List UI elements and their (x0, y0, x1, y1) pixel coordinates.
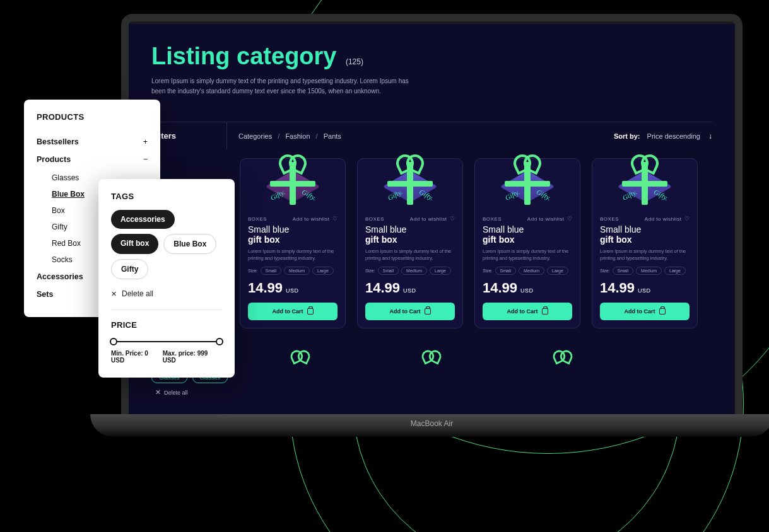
product-title-line1: Small blue (483, 224, 572, 234)
brand-text: Gifty. (652, 188, 669, 202)
product-image: Gifty.Gifty. (248, 146, 338, 216)
size-selector: Size:SmallMediumLarge (248, 267, 338, 275)
size-label: Size: (248, 269, 258, 273)
slider-max-handle[interactable] (216, 338, 223, 345)
add-to-cart-label: Add to Cart (390, 308, 421, 315)
size-label: Size: (483, 269, 493, 273)
products-panel-title: PRODUCTS (37, 112, 148, 122)
breadcrumb-separator: / (278, 132, 279, 140)
filters-toggle[interactable]: Filters (151, 122, 227, 149)
product-price: 14.99 (248, 280, 283, 296)
wishlist-label: Add to wishlist (645, 216, 682, 222)
wishlist-button[interactable]: Add to wishlist♡ (293, 216, 338, 222)
product-image: Gifty.Gifty. (600, 146, 690, 216)
wishlist-button[interactable]: Add to wishlist♡ (527, 216, 572, 222)
product-description: Lorem Ipsum is simply dummy text of the … (365, 248, 455, 262)
product-category: BOXES (365, 216, 384, 222)
size-medium[interactable]: Medium (284, 267, 310, 275)
size-medium[interactable]: Medium (519, 267, 544, 275)
size-small[interactable]: Small (495, 267, 517, 275)
product-description: Lorem Ipsum is simply dummy text of the … (248, 248, 338, 262)
category-bestsellers[interactable]: Bestsellers + (37, 133, 148, 151)
add-to-cart-button[interactable]: Add to Cart (600, 303, 690, 320)
product-title-line1: Small blue (365, 224, 455, 234)
brand-text: Gifty. (300, 188, 317, 202)
tag-gifty[interactable]: Gifty (111, 259, 148, 279)
product-image (280, 349, 320, 389)
x-icon: ✕ (111, 290, 117, 298)
breadcrumb-pants[interactable]: Pants (324, 132, 341, 140)
slider-labels: Min. Price: 0 USD Max. price: 999 USD (111, 350, 222, 364)
tag-blue-box[interactable]: Blue Box (163, 234, 216, 254)
breadcrumb-categories[interactable]: Categories (238, 132, 272, 140)
add-to-cart-button[interactable]: Add to Cart (248, 303, 338, 320)
tag-accessories[interactable]: Accessories (111, 210, 175, 229)
delete-all-filters[interactable]: ✕ Delete all (155, 388, 228, 396)
sort-value: Price descending (647, 132, 700, 140)
product-currency: USD (638, 287, 651, 294)
size-selector: Size:SmallMediumLarge (365, 267, 455, 275)
wishlist-label: Add to wishlist (293, 216, 330, 222)
wishlist-button[interactable]: Add to wishlist♡ (645, 216, 690, 222)
product-price: 14.99 (483, 280, 517, 296)
heart-icon: ♡ (332, 216, 338, 222)
product-title-line2: gift box (483, 234, 572, 245)
tags-panel-title: TAGS (111, 192, 222, 201)
product-image: Gifty.Gifty. (483, 146, 572, 216)
price-slider[interactable] (112, 341, 221, 342)
product-card[interactable]: Gifty.Gifty. BOXESAdd to wishlist♡ Small… (474, 158, 580, 328)
product-title-line1: Small blue (600, 224, 690, 234)
size-medium[interactable]: Medium (401, 267, 427, 275)
laptop-model-label: MacBook Air (411, 414, 453, 428)
size-small[interactable]: Small (613, 267, 634, 275)
slider-min-handle[interactable] (110, 338, 117, 345)
laptop-base: MacBook Air (90, 414, 769, 437)
category-label: Products (37, 155, 71, 164)
add-to-cart-button[interactable]: Add to Cart (483, 303, 572, 320)
size-label: Size: (365, 269, 375, 273)
product-currency: USD (286, 287, 299, 294)
tags-panel: TAGS Accessories Gift box Blue Box Gifty… (98, 179, 235, 378)
page-count: (125) (346, 57, 363, 66)
price-max-label: Max. price: 999 USD (163, 350, 222, 364)
product-card[interactable]: Gifty.Gifty. BOXESAdd to wishlist♡ Small… (357, 158, 463, 328)
bag-icon (307, 308, 314, 315)
size-large[interactable]: Large (547, 267, 568, 275)
price-panel-title: PRICE (111, 320, 222, 330)
product-description: Lorem Ipsum is simply dummy text of the … (483, 248, 572, 262)
product-title-line2: gift box (600, 234, 690, 245)
product-card[interactable]: Gifty.Gifty. BOXESAdd to wishlist♡ Small… (592, 158, 698, 328)
toolbar: Filters Categories / Fashion / Pants Sor… (151, 122, 712, 149)
brand-text: Gifty. (418, 188, 435, 202)
bag-icon (425, 308, 431, 315)
price-min-label: Min. Price: 0 USD (111, 350, 163, 364)
product-card[interactable]: Gifty.Gifty. BOXESAdd to wishlist♡ Small… (240, 158, 346, 328)
sort-control[interactable]: Sort by: Price descending ↓ (614, 123, 712, 149)
page-header: Listing category (125) Lorem Ipsum is si… (151, 43, 712, 96)
breadcrumb: Categories / Fashion / Pants (227, 124, 614, 149)
size-small[interactable]: Small (261, 267, 282, 275)
add-to-cart-label: Add to Cart (507, 308, 538, 315)
size-small[interactable]: Small (378, 267, 399, 275)
product-row (151, 340, 712, 398)
delete-all-label: Delete all (122, 289, 153, 298)
delete-all-tags[interactable]: ✕ Delete all (111, 289, 222, 298)
size-medium[interactable]: Medium (636, 267, 662, 275)
add-to-cart-label: Add to Cart (625, 308, 655, 315)
size-label: Size: (600, 269, 610, 273)
wishlist-button[interactable]: Add to wishlist♡ (410, 216, 455, 222)
size-large[interactable]: Large (312, 267, 334, 275)
heart-icon: ♡ (450, 216, 455, 222)
tag-gift-box[interactable]: Gift box (111, 234, 158, 254)
product-title-line1: Small blue (248, 224, 338, 234)
category-label: Accessories (37, 272, 83, 281)
product-currency: USD (403, 287, 416, 294)
wishlist-label: Add to wishlist (527, 216, 565, 222)
minus-icon: − (143, 155, 148, 164)
product-price: 14.99 (600, 280, 635, 296)
add-to-cart-button[interactable]: Add to Cart (365, 303, 455, 320)
breadcrumb-fashion[interactable]: Fashion (285, 132, 310, 140)
category-products[interactable]: Products − (37, 151, 148, 168)
size-large[interactable]: Large (664, 267, 686, 275)
size-large[interactable]: Large (430, 267, 451, 275)
